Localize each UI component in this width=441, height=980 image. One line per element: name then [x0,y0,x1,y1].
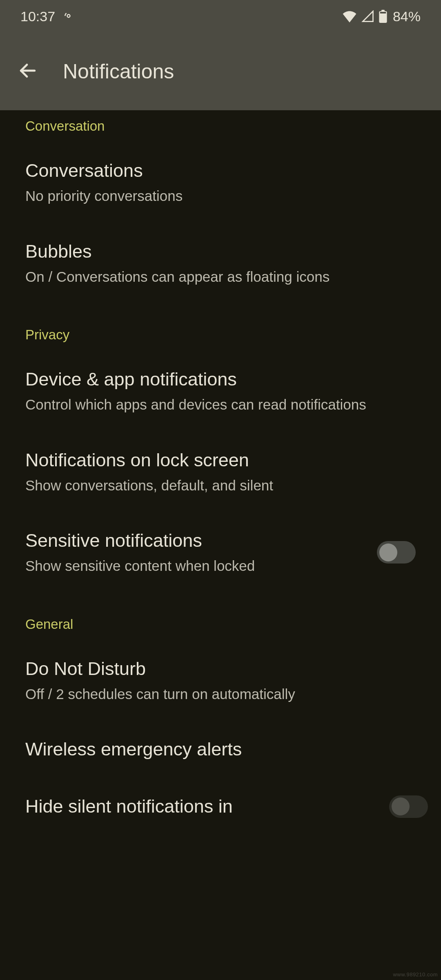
status-time: 10:37 [20,9,55,24]
setting-title: Sensitive notifications [25,529,369,552]
setting-subtitle: On / Conversations can appear as floatin… [25,267,408,286]
watermark: www.989210.com [393,971,438,978]
setting-device-app-notifications[interactable]: Device & app notifications Control which… [0,351,441,432]
hide-silent-toggle[interactable] [389,795,428,818]
setting-subtitle: Off / 2 schedules can turn on automatica… [25,684,408,704]
app-bar: Notifications [0,33,441,110]
setting-subtitle: Show sensitive content when locked [25,556,369,575]
setting-title: Bubbles [25,240,408,263]
setting-title: Wireless emergency alerts [25,738,408,761]
setting-subtitle: Show conversations, default, and silent [25,476,408,495]
setting-title: Notifications on lock screen [25,449,408,472]
toggle-thumb [379,543,397,561]
wifi-icon [342,10,357,22]
setting-title: Device & app notifications [25,368,408,391]
setting-title: Hide silent notifications in [25,795,381,818]
page-title: Notifications [63,60,174,83]
setting-do-not-disturb[interactable]: Do Not Disturb Off / 2 schedules can tur… [0,640,441,721]
section-conversation: Conversation Conversations No priority c… [0,110,441,316]
status-left: 10:37 [20,9,74,24]
section-general: General Do Not Disturb Off / 2 schedules… [0,605,441,848]
svg-rect-3 [380,12,386,13]
setting-title: Conversations [25,159,408,182]
setting-title: Do Not Disturb [25,657,408,680]
back-button[interactable] [16,59,40,84]
sensitive-notifications-toggle[interactable] [377,541,416,564]
battery-icon [379,10,387,23]
toggle-thumb [392,797,410,815]
battery-percent: 84% [393,9,421,24]
arrow-back-icon [18,60,38,82]
status-right: 84% [342,9,421,24]
section-privacy: Privacy Device & app notifications Contr… [0,316,441,605]
setting-sensitive-notifications[interactable]: Sensitive notifications Show sensitive c… [0,512,441,593]
settings-content: Conversation Conversations No priority c… [0,110,441,848]
svg-point-0 [67,14,70,17]
setting-bubbles[interactable]: Bubbles On / Conversations can appear as… [0,223,441,304]
svg-rect-2 [381,10,385,12]
status-bar: 10:37 84% [0,0,441,33]
setting-subtitle: No priority conversations [25,186,408,205]
status-indicator-icon [63,9,74,24]
setting-conversations[interactable]: Conversations No priority conversations [0,142,441,223]
section-header-conversation: Conversation [0,110,441,142]
section-header-general: General [0,605,441,640]
setting-subtitle: Control which apps and devices can read … [25,395,408,414]
setting-lock-screen-notifications[interactable]: Notifications on lock screen Show conver… [0,432,441,512]
setting-wireless-emergency-alerts[interactable]: Wireless emergency alerts [0,721,441,778]
cell-signal-icon [361,10,375,22]
setting-hide-silent-notifications[interactable]: Hide silent notifications in [0,778,441,835]
section-header-privacy: Privacy [0,316,441,351]
